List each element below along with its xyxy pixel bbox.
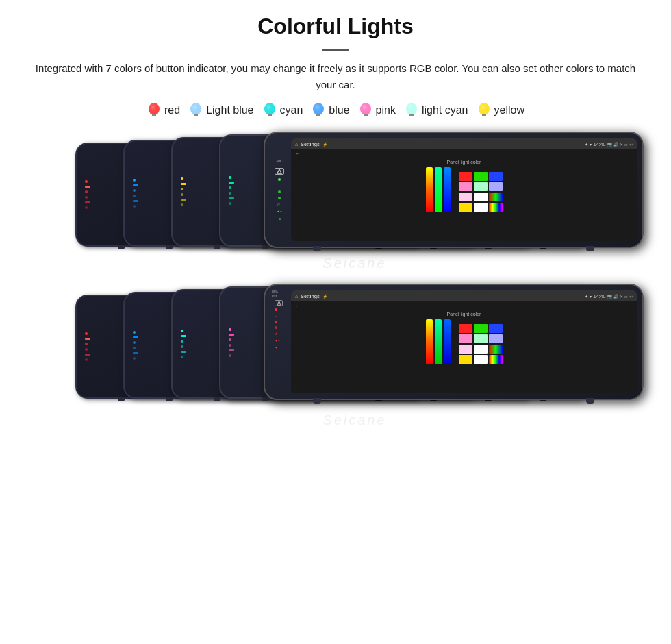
pink-bulb-icon — [358, 101, 373, 119]
svg-point-14 — [360, 103, 371, 115]
blue-bulb-icon — [311, 101, 326, 119]
bottom-device-screen: ⌂ Settings ⚡ ✦ ▾ 14:40 📷 🔊 ✕ ▭ ↩ ← Panel… — [291, 290, 637, 393]
svg-point-20 — [479, 103, 490, 115]
settings-label-top: Settings — [301, 142, 320, 147]
color-item-lightblue: Light blue — [188, 101, 253, 119]
color-label-cyan: cyan — [280, 104, 303, 116]
watermark-top: Seicane — [322, 256, 386, 271]
color-label-pink: pink — [376, 104, 396, 116]
color-label-yellow: yellow — [494, 104, 524, 116]
description-text: Integrated with 7 colors of button indic… — [27, 60, 644, 93]
settings-label-bot: Settings — [301, 294, 320, 299]
main-device-top: MIC ← ↺ ◄+ ◄ — [264, 132, 644, 248]
page: Colorful Lights Integrated with 7 colors… — [0, 0, 671, 644]
time-top: 14:40 — [594, 142, 606, 147]
color-item-yellow: yellow — [477, 101, 524, 119]
svg-point-2 — [149, 103, 160, 115]
color-item-pink: pink — [358, 101, 396, 119]
title-divider — [322, 49, 349, 51]
color-item-blue: blue — [311, 101, 349, 119]
device-row-bottom: MIC RST ← ↺ ◄+ ◄ — [27, 281, 644, 428]
watermark-bottom: Seicane — [322, 412, 386, 428]
lightcyan-bulb-icon — [404, 101, 419, 119]
svg-point-11 — [313, 103, 324, 115]
panel-label-top: Panel light color — [447, 160, 481, 164]
main-device-bottom: MIC RST ← ↺ ◄+ ◄ — [264, 284, 644, 400]
top-device-screen: ⌂ Settings ⚡ ✦ ▾ 14:40 📷 🔊 ✕ ▭ ↩ ← — [291, 138, 637, 241]
color-item-cyan: cyan — [262, 101, 303, 119]
lightblue-bulb-icon — [188, 101, 203, 119]
color-item-lightcyan: light cyan — [404, 101, 468, 119]
yellow-bulb-icon — [477, 101, 492, 119]
time-bot: 14:40 — [594, 294, 606, 299]
svg-point-8 — [264, 103, 275, 115]
svg-point-5 — [190, 103, 201, 115]
svg-point-17 — [406, 103, 417, 115]
color-item-red: red — [147, 101, 180, 119]
color-label-red: red — [164, 104, 180, 116]
page-title: Colorful Lights — [257, 14, 414, 39]
device-row-top: MIC ← ↺ ◄+ ◄ — [27, 129, 644, 273]
color-legend-row: red Light blue cyan — [147, 101, 524, 119]
cyan-bulb-icon — [262, 101, 277, 119]
red-bulb-icon — [147, 101, 162, 119]
color-label-blue: blue — [329, 104, 349, 116]
panel-label-bot: Panel light color — [447, 312, 481, 317]
color-label-lightcyan: light cyan — [422, 104, 468, 116]
devices-section: MIC ← ↺ ◄+ ◄ — [21, 129, 650, 428]
color-label-lightblue: Light blue — [206, 104, 253, 116]
